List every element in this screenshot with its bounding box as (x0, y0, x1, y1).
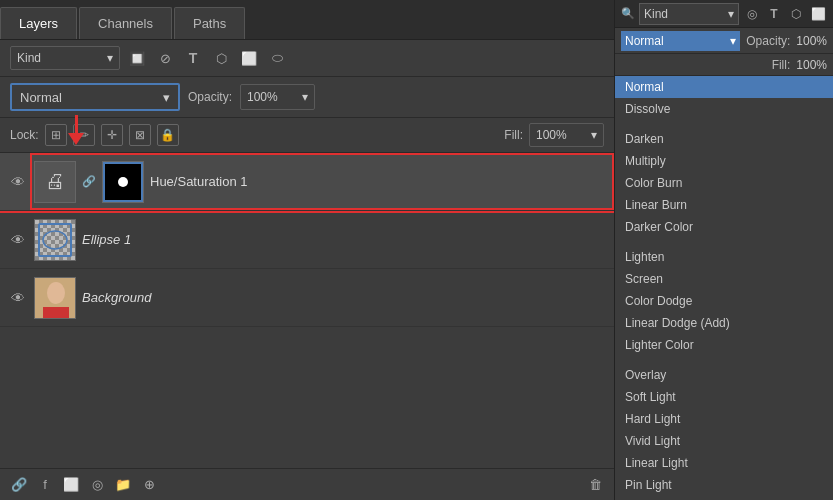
svg-rect-1 (39, 224, 71, 256)
layer-item-hue-saturation[interactable]: 👁 🖨 🔗 Hue/Saturation 1 (0, 153, 614, 211)
blend-mode-overlay[interactable]: Overlay (615, 364, 833, 386)
blend-mode-linear-dodge[interactable]: Linear Dodge (Add) (615, 312, 833, 334)
type-filter-icon[interactable]: T (182, 47, 204, 69)
blend-mode-color-burn[interactable]: Color Burn (615, 172, 833, 194)
layer-thumbnail: 🖨 (34, 161, 76, 203)
opacity-label: Opacity: (188, 90, 232, 104)
svg-point-5 (47, 282, 65, 304)
separator (615, 238, 833, 246)
chevron-down-icon (728, 7, 734, 21)
blend-mode-multiply[interactable]: Multiply (615, 150, 833, 172)
blend-mode-darken[interactable]: Darken (615, 128, 833, 150)
kind-select[interactable]: Kind (10, 46, 120, 70)
layers-bottom-toolbar: 🔗 f ⬜ ◎ 📁 ⊕ 🗑 (0, 468, 614, 500)
layer-visibility-icon[interactable]: 👁 (8, 288, 28, 308)
chevron-down-icon (163, 90, 170, 105)
blend-mode-vivid-light[interactable]: Vivid Light (615, 430, 833, 452)
new-group-icon[interactable]: 📁 (112, 474, 134, 496)
svg-rect-0 (35, 220, 75, 260)
blend-mode-dropdown-panel: 🔍 Kind ◎ T ⬡ ⬜ Normal Opacity: 100% Fill… (615, 0, 833, 500)
pixel-icon[interactable]: ◎ (743, 5, 761, 23)
dropdown-second-row: Normal Opacity: 100% (615, 28, 833, 54)
layer-name: Background (82, 290, 606, 305)
blend-mode-pin-light[interactable]: Pin Light (615, 474, 833, 496)
layer-link-icon: 🔗 (82, 175, 96, 189)
opacity-label: Opacity: (746, 34, 790, 48)
layer-thumbnail (34, 219, 76, 261)
background-thumbnail-icon (35, 277, 75, 319)
blend-mode-soft-light[interactable]: Soft Light (615, 386, 833, 408)
tab-paths[interactable]: Paths (174, 7, 245, 39)
chevron-down-icon (302, 90, 308, 104)
dropdown-blend-select[interactable]: Normal (621, 31, 740, 51)
layer-name: Hue/Saturation 1 (150, 174, 606, 189)
smart-icon[interactable]: ⬜ (809, 5, 827, 23)
blend-mode-lighter-color[interactable]: Lighter Color (615, 334, 833, 356)
layer-visibility-icon[interactable]: 👁 (8, 230, 28, 250)
blend-mode-dissolve[interactable]: Dissolve (615, 98, 833, 120)
kind-filter-row: Kind 🔲 ⊘ T ⬡ ⬜ ⬭ (0, 40, 614, 77)
add-mask-icon[interactable]: ⬜ (60, 474, 82, 496)
link-layers-icon[interactable]: 🔗 (8, 474, 30, 496)
svg-rect-6 (43, 307, 69, 319)
lock-label: Lock: (10, 128, 39, 142)
dropdown-kind-select[interactable]: Kind (639, 3, 739, 25)
layer-name: Ellipse 1 (82, 232, 606, 247)
artboard-filter-icon[interactable]: ⬭ (266, 47, 288, 69)
delete-layer-icon[interactable]: 🗑 (584, 474, 606, 496)
fill-select[interactable]: 100% (529, 123, 604, 147)
layer-mask-thumbnail (102, 161, 144, 203)
ellipse-shape-icon (35, 220, 75, 260)
separator (615, 120, 833, 128)
blend-opacity-row: Normal Opacity: 100% (0, 77, 614, 118)
blend-mode-select[interactable]: Normal (10, 83, 180, 111)
blend-mode-darker-color[interactable]: Darker Color (615, 216, 833, 238)
shape-filter-icon[interactable]: ⬡ (210, 47, 232, 69)
search-icon: 🔍 (621, 7, 635, 20)
separator (615, 356, 833, 364)
tab-bar: Layers Channels Paths (0, 0, 614, 40)
blend-mode-hard-mix[interactable]: Hard Mix (615, 496, 833, 500)
blend-mode-normal[interactable]: Normal (615, 76, 833, 98)
layer-visibility-icon[interactable]: 👁 (8, 172, 28, 192)
opacity-select[interactable]: 100% (240, 84, 315, 110)
lock-transparency-icon[interactable]: ⊞ (45, 124, 67, 146)
blend-mode-list: Normal Dissolve Darken Multiply Color Bu… (615, 76, 833, 500)
blend-mode-color-dodge[interactable]: Color Dodge (615, 290, 833, 312)
smart-filter-icon[interactable]: ⬜ (238, 47, 260, 69)
new-adjustment-icon[interactable]: ◎ (86, 474, 108, 496)
blend-mode-linear-burn[interactable]: Linear Burn (615, 194, 833, 216)
dropdown-header: 🔍 Kind ◎ T ⬡ ⬜ (615, 0, 833, 28)
layer-item-ellipse[interactable]: 👁 Ellipse 1 (0, 211, 614, 269)
chevron-down-icon (730, 34, 736, 48)
shape-icon[interactable]: ⬡ (787, 5, 805, 23)
fill-value: 100% (796, 58, 827, 72)
blend-mode-lighten[interactable]: Lighten (615, 246, 833, 268)
tab-channels[interactable]: Channels (79, 7, 172, 39)
fill-row: Fill: 100% (615, 54, 833, 76)
layer-item-background[interactable]: 👁 Background (0, 269, 614, 327)
lock-all-icon[interactable]: 🔒 (157, 124, 179, 146)
layer-thumbnail (34, 277, 76, 319)
new-layer-icon[interactable]: ⊕ (138, 474, 160, 496)
add-style-icon[interactable]: f (34, 474, 56, 496)
chevron-down-icon (107, 51, 113, 65)
fill-label: Fill: (772, 58, 791, 72)
tab-layers[interactable]: Layers (0, 7, 77, 39)
svg-point-2 (43, 231, 67, 249)
fill-label: Fill: (504, 128, 523, 142)
blend-mode-linear-light[interactable]: Linear Light (615, 452, 833, 474)
adjustment-layer-icon: 🖨 (45, 170, 65, 193)
adjustment-filter-icon[interactable]: ⊘ (154, 47, 176, 69)
pixel-filter-icon[interactable]: 🔲 (126, 47, 148, 69)
type-icon[interactable]: T (765, 5, 783, 23)
lock-position-icon[interactable]: ✛ (101, 124, 123, 146)
blend-mode-hard-light[interactable]: Hard Light (615, 408, 833, 430)
lock-artboard-icon[interactable]: ⊠ (129, 124, 151, 146)
layers-panel: Layers Channels Paths Kind 🔲 ⊘ T ⬡ ⬜ ⬭ N… (0, 0, 615, 500)
blend-mode-screen[interactable]: Screen (615, 268, 833, 290)
layers-list: 👁 🖨 🔗 Hue/Saturation 1 👁 (0, 153, 614, 468)
lock-row: Lock: ⊞ ✏ ✛ ⊠ 🔒 Fill: 100% (0, 118, 614, 153)
chevron-down-icon (591, 128, 597, 142)
opacity-value: 100% (796, 34, 827, 48)
